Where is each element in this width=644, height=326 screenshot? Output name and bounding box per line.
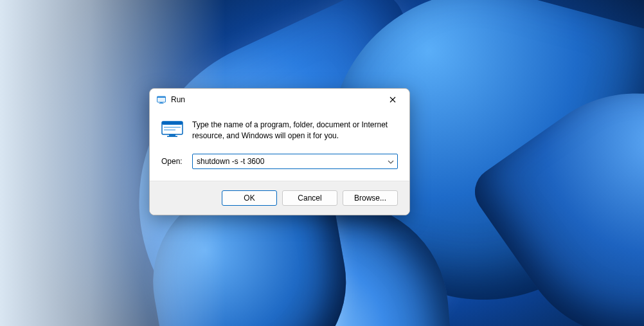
command-input[interactable]	[192, 154, 398, 169]
svg-rect-1	[157, 96, 166, 98]
dialog-description: Type the name of a program, folder, docu…	[192, 120, 398, 142]
command-combobox[interactable]	[192, 154, 398, 169]
dialog-footer: OK Cancel Browse...	[150, 181, 409, 215]
titlebar[interactable]: Run	[150, 89, 409, 111]
svg-rect-9	[164, 129, 175, 131]
close-icon	[389, 96, 396, 103]
open-label: Open:	[161, 157, 184, 166]
run-title-icon	[156, 95, 166, 105]
svg-rect-10	[169, 134, 175, 136]
browse-button[interactable]: Browse...	[343, 190, 398, 206]
dialog-title: Run	[171, 95, 379, 104]
svg-rect-3	[159, 103, 164, 104]
close-button[interactable]	[379, 90, 407, 109]
ok-button[interactable]: OK	[222, 190, 277, 206]
cancel-button[interactable]: Cancel	[282, 190, 337, 206]
dialog-body: Type the name of a program, folder, docu…	[150, 111, 409, 181]
svg-rect-11	[167, 136, 177, 138]
run-dialog: Run Type the name of a program, folder, …	[149, 88, 410, 215]
run-icon	[161, 121, 183, 138]
svg-rect-7	[162, 122, 183, 125]
svg-rect-8	[164, 127, 181, 128]
svg-rect-2	[160, 102, 163, 103]
